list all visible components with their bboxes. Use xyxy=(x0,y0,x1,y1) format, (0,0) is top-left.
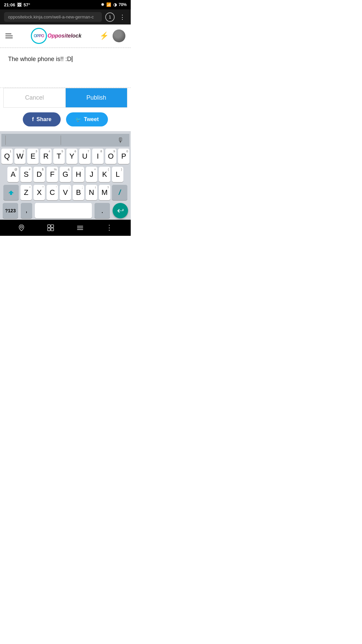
cancel-button[interactable]: Cancel xyxy=(4,88,66,107)
key-y[interactable]: 6Y xyxy=(66,149,78,164)
svg-rect-5 xyxy=(77,226,83,227)
toolbar-divider-left xyxy=(5,136,6,145)
keyboard-row-2: @A #S $D %F &G -H +J (K )L xyxy=(1,167,129,182)
mic-icon: 🎙 xyxy=(117,137,124,144)
url-bar: oppositelock.kinja.com/well-a-new-german… xyxy=(0,9,131,24)
key-g[interactable]: &G xyxy=(60,167,71,182)
numbers-key-label: ?123 xyxy=(5,208,16,213)
backspace-icon: / xyxy=(119,188,121,197)
image-icon: 🖼 xyxy=(17,2,21,7)
battery-percent: 70% xyxy=(119,2,127,7)
key-n[interactable]: !N xyxy=(86,185,97,200)
key-x[interactable]: "X xyxy=(34,185,45,200)
site-header: OPPO Oppositelock ⚡ xyxy=(0,24,131,48)
share-button[interactable]: f Share xyxy=(23,112,61,126)
url-path: /well-a-new-german-c xyxy=(52,14,94,19)
numbers-key[interactable]: ?123 xyxy=(3,203,18,218)
return-key[interactable] xyxy=(113,203,128,218)
key-j[interactable]: +J xyxy=(86,167,97,182)
content-editor[interactable]: The whole phone is!! :D xyxy=(0,48,131,88)
key-z[interactable]: *Z xyxy=(20,185,32,200)
site-logo[interactable]: OPPO Oppositelock xyxy=(31,28,81,44)
keyboard-row-1: 1Q 2W 3E 4R 5T 6Y 7U 8I 9O 0P xyxy=(1,149,129,164)
keyboard-bottom-row: ?123 , . xyxy=(1,203,129,218)
key-b[interactable]: ;B xyxy=(73,185,84,200)
key-o[interactable]: 9O xyxy=(105,149,117,164)
key-c[interactable]: 'C xyxy=(47,185,58,200)
svg-rect-3 xyxy=(48,228,50,231)
url-domain: oppositelock.kinja.com xyxy=(8,14,52,19)
text-cursor xyxy=(72,56,72,62)
key-i[interactable]: 8I xyxy=(92,149,104,164)
key-p[interactable]: 0P xyxy=(118,149,129,164)
keyboard-toolbar: 🎙 xyxy=(1,134,129,147)
period-key[interactable]: . xyxy=(95,203,110,218)
tweet-button[interactable]: 🐦 Tweet xyxy=(66,112,108,126)
status-bar: 21:06 🖼 57° ✸ 📶 ◑ 70% xyxy=(0,0,131,9)
logo-circle: OPPO xyxy=(31,28,47,44)
logo-oppositelock-text: Oppositelock xyxy=(48,33,81,39)
svg-rect-6 xyxy=(77,227,83,228)
key-k[interactable]: (K xyxy=(99,167,110,182)
svg-rect-7 xyxy=(77,229,83,230)
key-e[interactable]: 3E xyxy=(27,149,39,164)
key-h[interactable]: -H xyxy=(73,167,84,182)
backspace-key[interactable]: / xyxy=(112,185,127,200)
shift-key[interactable] xyxy=(3,185,19,200)
content-text: The whole phone is!! :D xyxy=(8,56,71,62)
key-u[interactable]: 7U xyxy=(79,149,90,164)
toolbar-divider-right xyxy=(61,136,61,145)
key-a[interactable]: @A xyxy=(7,167,19,182)
url-field[interactable]: oppositelock.kinja.com/well-a-new-german… xyxy=(4,12,102,22)
svg-rect-4 xyxy=(51,228,54,231)
twitter-icon: 🐦 xyxy=(75,117,81,122)
svg-rect-2 xyxy=(51,225,54,227)
key-v[interactable]: :V xyxy=(60,185,71,200)
status-time: 21:06 xyxy=(4,2,15,7)
facebook-icon: f xyxy=(32,116,34,122)
nav-apps[interactable] xyxy=(47,224,54,231)
svg-point-0 xyxy=(20,226,22,228)
share-label: Share xyxy=(37,116,51,122)
key-f[interactable]: %F xyxy=(47,167,58,182)
header-icons: ⚡ xyxy=(100,30,125,42)
key-r[interactable]: 4R xyxy=(40,149,52,164)
bottom-nav: ⋮ xyxy=(0,220,131,236)
keyboard: 🎙 1Q 2W 3E 4R 5T 6Y 7U 8I 9O 0P @A #S $D… xyxy=(0,131,131,220)
key-q[interactable]: 1Q xyxy=(1,149,13,164)
bolt-icon[interactable]: ⚡ xyxy=(100,32,109,40)
nav-more[interactable]: ⋮ xyxy=(106,223,113,232)
tweet-label: Tweet xyxy=(84,116,99,122)
key-w[interactable]: 2W xyxy=(14,149,26,164)
key-m[interactable]: ?M xyxy=(99,185,110,200)
nav-menu[interactable] xyxy=(76,224,84,231)
hamburger-menu[interactable] xyxy=(5,34,13,38)
key-s[interactable]: #S xyxy=(20,167,32,182)
wifi-icon: 📶 xyxy=(106,2,111,7)
status-temp: 57° xyxy=(23,2,30,7)
logo-oppo-text: OPPO xyxy=(34,34,44,38)
key-t[interactable]: 5T xyxy=(53,149,65,164)
mic-button[interactable]: 🎙 xyxy=(116,136,125,145)
publish-button[interactable]: Publish xyxy=(66,88,127,107)
key-d[interactable]: $D xyxy=(34,167,45,182)
browser-menu-button[interactable]: ⋮ xyxy=(118,13,127,21)
bluetooth-icon: ✸ xyxy=(101,2,104,7)
social-buttons-row: f Share 🐦 Tweet xyxy=(0,108,131,131)
keyboard-row-3: *Z "X 'C :V ;B !N ?M / xyxy=(1,185,129,200)
comma-key[interactable]: , xyxy=(21,203,32,218)
period-label: . xyxy=(101,206,103,215)
nav-location[interactable] xyxy=(18,224,25,231)
space-key[interactable] xyxy=(35,203,92,218)
key-l[interactable]: )L xyxy=(112,167,123,182)
user-avatar[interactable] xyxy=(113,30,125,42)
tab-count-badge[interactable]: 1 xyxy=(105,12,115,22)
action-buttons-row: Cancel Publish xyxy=(3,88,127,108)
battery-ring-icon: ◑ xyxy=(113,2,117,7)
svg-rect-1 xyxy=(48,225,50,227)
